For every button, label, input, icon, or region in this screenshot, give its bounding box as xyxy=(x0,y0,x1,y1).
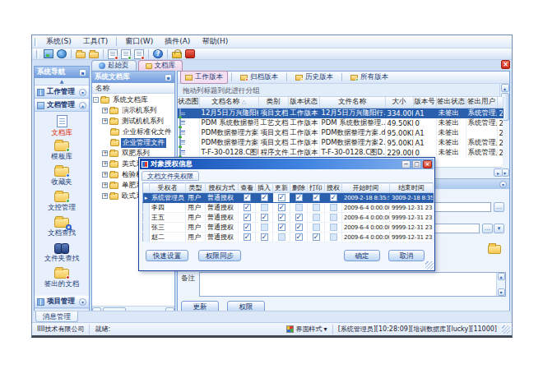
permission-row[interactable]: 赵二 用户 普通授权 2009-6-4 0:00:00 9999-12-31 2… xyxy=(143,233,434,242)
permission-row[interactable]: 李四 用户 普通授权 2009-6-4 0:00:00 9999-12-31 2… xyxy=(143,203,434,213)
tab-folder-permissions[interactable]: 文档文件夹权限 xyxy=(142,171,199,181)
remark-scrollbar[interactable]: ▴ ▾ xyxy=(496,273,505,296)
folder-manage-icon[interactable] xyxy=(89,52,99,58)
grant-checkbox[interactable] xyxy=(330,224,337,231)
col-checkout-user[interactable]: 签出用户 xyxy=(466,97,497,108)
insert-checkbox[interactable] xyxy=(261,214,268,221)
close-document-icon[interactable]: × xyxy=(501,60,510,69)
view-checkbox[interactable] xyxy=(244,224,251,231)
table-row[interactable]: T-F-30-0128.C图DWG 程序文件 工作版本 T-F-30-0128.… xyxy=(178,148,503,158)
delete-checkbox[interactable] xyxy=(295,233,303,241)
nav-scroll-up[interactable]: ▲ xyxy=(35,78,89,85)
permission-row[interactable]: 张三 用户 普通授权 2009-6-4 0:00:00 9999-12-31 2… xyxy=(143,223,434,233)
exit-icon[interactable] xyxy=(185,49,195,58)
col-grantee[interactable]: 受权者 xyxy=(150,183,186,193)
help-icon[interactable]: ? xyxy=(153,49,163,58)
sidebar-item-favorites[interactable]: 收藏夹 xyxy=(35,164,89,190)
group-by-band[interactable]: 拖动列标题到此进行分组 xyxy=(178,84,499,97)
delete-checkbox[interactable] xyxy=(295,204,303,211)
col-status-icon[interactable]: 状态图 xyxy=(178,97,199,108)
tab-start-page[interactable]: 起始页 xyxy=(91,60,137,71)
col-end-time[interactable]: 结束时间 xyxy=(390,183,434,193)
scroll-up-icon[interactable]: ▴ xyxy=(498,273,505,280)
minimize-icon[interactable]: ─ xyxy=(401,160,411,168)
sidebar-item-doclib[interactable]: 文档库 xyxy=(35,113,89,139)
insert-checkbox[interactable] xyxy=(261,204,268,211)
insert-checkbox[interactable] xyxy=(261,224,268,231)
dialog-title-bar[interactable]: 对象授权信息 ─ □ × xyxy=(140,159,434,169)
nav-group-project[interactable]: 项目管理 ▾ xyxy=(35,295,89,308)
menu-help[interactable]: 帮助(H) xyxy=(196,35,234,48)
permission-sync-button[interactable]: 权限同步 xyxy=(198,250,241,261)
remark-textarea[interactable]: ▴ ▾ xyxy=(199,272,506,297)
collapse-details-icon[interactable]: ▾ xyxy=(499,181,507,188)
update-checkbox[interactable] xyxy=(278,233,285,241)
detail-input-2-extra-button[interactable]: ▾ xyxy=(494,224,504,233)
scroll-up-icon[interactable]: ▴ xyxy=(501,84,509,92)
tree-node[interactable]: + 演示机系列 xyxy=(92,105,174,116)
nav-pin-icon[interactable]: ▪ xyxy=(79,69,86,76)
sidebar-item-checked-out-docs[interactable]: 签出的文档 xyxy=(35,266,89,292)
all-versions-button[interactable]: 所有版本 xyxy=(346,71,393,84)
dialog-resize-grip[interactable] xyxy=(425,261,434,270)
expand-expander-icon[interactable]: + xyxy=(102,108,108,113)
interface-style-dropdown[interactable]: 界面样式 ▾ xyxy=(296,325,333,334)
table-row[interactable]: PDM 系统数据整理检.. 工艺文档 工作版本 PDM 系统数据整理.. 49.… xyxy=(178,118,503,128)
scroll-down-icon[interactable]: ▾ xyxy=(498,288,505,296)
col-clipped[interactable] xyxy=(497,97,503,108)
expand-expander-icon[interactable]: + xyxy=(102,182,108,188)
print-checkbox[interactable] xyxy=(313,214,320,221)
tree-column-header[interactable]: 名称 xyxy=(92,83,174,94)
insert-checkbox[interactable] xyxy=(261,194,268,201)
view-checkbox[interactable] xyxy=(244,214,251,221)
ok-button[interactable]: 确定 xyxy=(344,250,380,261)
archived-version-button[interactable]: 归档版本 xyxy=(235,71,283,84)
menu-tools[interactable]: 工具(T) xyxy=(77,35,114,48)
chevron-down-icon[interactable]: ▾ xyxy=(79,298,86,306)
update-checkbox[interactable] xyxy=(278,214,285,221)
detail-input-1-button[interactable]: … xyxy=(494,202,504,212)
col-start-time[interactable]: 开始时间 xyxy=(342,183,390,193)
collapse-expander-icon[interactable]: - xyxy=(93,97,99,103)
detail-input-2-button[interactable]: … xyxy=(482,224,493,233)
view-checkbox[interactable] xyxy=(244,204,251,211)
col-update[interactable]: 更新 xyxy=(273,183,290,193)
col-version-no[interactable]: 版本号 xyxy=(413,97,436,108)
tree-pin-icon[interactable]: ▪ xyxy=(165,74,172,81)
quick-setup-button[interactable]: 快速设置 xyxy=(146,250,188,261)
tab-document-library[interactable]: 文档库 xyxy=(138,60,183,71)
delete-checkbox[interactable] xyxy=(295,214,303,221)
delete-checkbox[interactable] xyxy=(295,194,303,201)
col-type[interactable]: 类型 xyxy=(186,183,206,193)
maximize-icon[interactable]: □ xyxy=(412,160,421,168)
col-delete[interactable]: 删除 xyxy=(290,183,308,193)
working-version-button[interactable]: 工作版本 xyxy=(180,71,228,84)
web-icon[interactable] xyxy=(57,49,67,58)
col-version-status[interactable]: 版本状态 xyxy=(288,97,319,108)
update-checkbox[interactable] xyxy=(278,194,285,201)
doc-add-icon[interactable] xyxy=(108,49,118,59)
print-checkbox[interactable] xyxy=(313,233,320,241)
cancel-button[interactable]: 取消 xyxy=(388,250,425,261)
col-insert[interactable]: 插入 xyxy=(256,183,273,193)
col-auth-mode[interactable]: 授权方式 xyxy=(206,183,239,193)
close-icon[interactable]: × xyxy=(423,160,432,168)
col-grant[interactable]: 授权 xyxy=(325,183,342,193)
update-checkbox[interactable] xyxy=(278,204,285,211)
detail-folder-icon[interactable] xyxy=(488,245,501,254)
table-row[interactable]: PDM数据整理方案2.doc 项目文档 工作版本 PDM数据整理方案2.doc … xyxy=(178,138,503,148)
lock-icon[interactable] xyxy=(172,52,182,58)
history-version-button[interactable]: 历史版本 xyxy=(290,71,338,84)
sidebar-item-templates[interactable]: 模板库 xyxy=(35,139,89,164)
resize-grip[interactable] xyxy=(502,325,510,334)
col-file-name[interactable]: 文件名称 xyxy=(319,97,385,108)
col-doc-name[interactable]: 文档名称 △ xyxy=(199,97,258,108)
expand-expander-icon[interactable]: + xyxy=(102,118,108,124)
table-row[interactable]: 12月5日万兴隆阳行.. 项目文档 工作版本 12月5日万兴隆阳行.. 334.… xyxy=(178,108,503,118)
menu-window[interactable]: 窗口(W) xyxy=(119,35,159,48)
col-view[interactable]: 查看 xyxy=(239,183,256,193)
menu-plugins[interactable]: 插件(A) xyxy=(159,35,196,48)
col-category[interactable]: 类别 xyxy=(258,97,288,108)
expand-expander-icon[interactable]: + xyxy=(102,172,108,178)
print-checkbox[interactable] xyxy=(313,204,320,211)
